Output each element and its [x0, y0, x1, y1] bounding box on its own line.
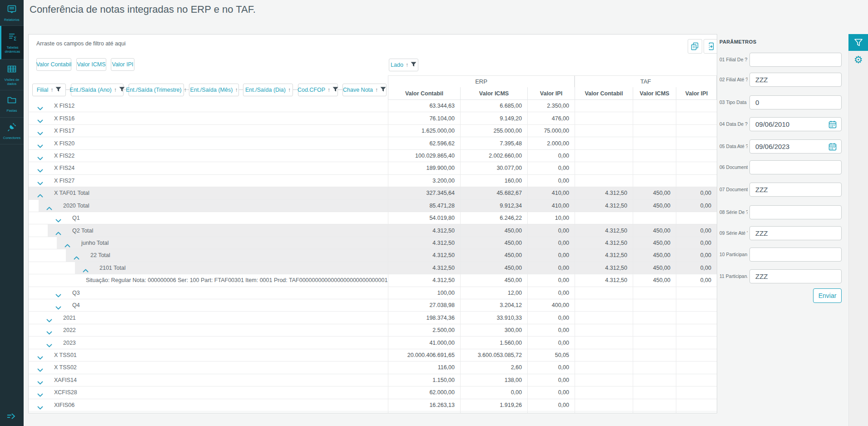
- value-cell: 0,00: [676, 237, 717, 249]
- expand-row-icon[interactable]: [55, 291, 61, 295]
- measure-chip-valor-icms[interactable]: Valor ICMS: [76, 58, 106, 71]
- param-input-04-data-de[interactable]: 09/06/2010: [749, 117, 842, 131]
- duplicate-grid-icon[interactable]: [688, 39, 702, 54]
- column-header-taf-valor-contabil[interactable]: Valor Contabil: [575, 87, 633, 100]
- table-row: X FIS273.200,00160,000,00: [29, 175, 717, 187]
- filter-funnel-icon[interactable]: [411, 62, 417, 69]
- gear-icon[interactable]: ⚙: [848, 54, 868, 66]
- column-header-erp-valor-contabil[interactable]: Valor Contabil: [388, 87, 460, 100]
- measure-chip-valor-ipi[interactable]: Valor IPI: [111, 58, 134, 71]
- expand-row-icon[interactable]: [55, 303, 61, 307]
- expand-row-icon[interactable]: [37, 154, 43, 158]
- row-label: Q2 Total: [72, 224, 93, 236]
- expand-row-icon[interactable]: [46, 341, 52, 345]
- value-cell: 1.919,26: [460, 399, 527, 411]
- expand-row-icon[interactable]: [37, 391, 43, 394]
- param-input-02-filial-at[interactable]: ZZZ: [749, 73, 842, 87]
- sidebar-item-relat-rios[interactable]: Relatórios: [0, 0, 24, 26]
- expand-sidebar-icon[interactable]: [6, 412, 17, 421]
- param-input-09-s-rie-at[interactable]: ZZZ: [749, 226, 842, 240]
- expand-row-icon[interactable]: [37, 142, 43, 145]
- expand-row-icon[interactable]: [37, 179, 43, 183]
- value-cell: [575, 299, 633, 311]
- value-cell: 0,00: [676, 249, 717, 261]
- expand-row-icon[interactable]: [46, 316, 52, 320]
- row-chip-ent-sa-da-dia-[interactable]: Ent./Saída (Dia)↑: [243, 84, 293, 96]
- collapse-row-icon[interactable]: [83, 266, 89, 270]
- table-row: X FIS24189.900,0030.077,000,00: [29, 162, 717, 174]
- sidebar-item-tabelas-din-micas[interactable]: Σ Tabelas dinâmicas: [0, 26, 24, 59]
- expand-row-icon[interactable]: [37, 366, 43, 369]
- expand-row-icon[interactable]: [37, 104, 43, 108]
- value-cell: 189.900,00: [388, 162, 460, 174]
- sort-ascending-icon[interactable]: ↑: [327, 87, 330, 93]
- column-header-taf-valor-ipi[interactable]: Valor IPI: [676, 87, 717, 100]
- expand-row-icon[interactable]: [46, 328, 52, 332]
- param-input-11-participan[interactable]: ZZZ: [749, 269, 842, 283]
- param-input-10-participan[interactable]: [749, 248, 842, 262]
- collapse-row-icon[interactable]: [55, 229, 61, 233]
- value-cell: [633, 362, 676, 373]
- filter-funnel-icon[interactable]: [55, 87, 61, 94]
- collapse-row-icon[interactable]: [64, 241, 70, 245]
- sort-ascending-icon[interactable]: ↑: [406, 62, 408, 68]
- expand-row-icon[interactable]: [37, 166, 43, 170]
- row-chip-cod-cfop[interactable]: Cod.CFOP↑: [298, 84, 338, 96]
- sort-ascending-icon[interactable]: ↑: [375, 87, 378, 93]
- collapse-row-icon[interactable]: [37, 191, 43, 195]
- row-label: X FIS22: [54, 150, 74, 162]
- value-cell: 16.263,13: [388, 399, 460, 411]
- row-chip-filial[interactable]: Filial↑: [32, 84, 66, 96]
- row-chip-ent-sa-da-ano-[interactable]: Ent./Saída (Ano)↑: [71, 84, 124, 96]
- expand-row-icon[interactable]: [37, 403, 43, 407]
- param-value: ZZZ: [755, 229, 768, 237]
- sort-ascending-icon[interactable]: ↑: [114, 87, 117, 93]
- param-input-08-s-rie-de[interactable]: [749, 205, 842, 219]
- sort-ascending-icon[interactable]: ↑: [288, 87, 291, 93]
- collapse-row-icon[interactable]: [74, 253, 79, 257]
- value-cell: [676, 362, 717, 373]
- export-grid-icon[interactable]: [704, 39, 717, 54]
- measure-chip-valor-contabil[interactable]: Valor Contabil: [36, 58, 71, 71]
- param-input-05-data-at[interactable]: 09/06/2023: [749, 139, 842, 154]
- submit-button[interactable]: Enviar: [813, 288, 842, 303]
- expand-row-icon[interactable]: [37, 129, 43, 133]
- chip-label: Cod.CFOP: [298, 87, 325, 93]
- table-row: 202341.000,001.560,000,00: [29, 337, 717, 349]
- filter-funnel-icon[interactable]: [332, 87, 338, 94]
- expand-row-icon[interactable]: [37, 353, 43, 357]
- value-cell: 6.246,22: [460, 212, 527, 224]
- param-input-01-filial-de[interactable]: [749, 53, 842, 67]
- sidebar-item-vis-es-de-dados[interactable]: Visões de dados: [0, 59, 24, 90]
- sidebar-item-conectores[interactable]: Conectores: [0, 118, 24, 144]
- expand-row-icon[interactable]: [55, 216, 61, 220]
- filter-funnel-icon[interactable]: [119, 87, 125, 94]
- sort-ascending-icon[interactable]: ↑: [184, 87, 187, 93]
- value-cell: 7.395,48: [460, 137, 527, 149]
- column-header-erp-valor-ipi[interactable]: Valor IPI: [527, 87, 575, 100]
- sidebar-item-pastas[interactable]: Pastas: [0, 90, 24, 118]
- expand-row-icon[interactable]: [37, 117, 43, 120]
- param-input-07-document[interactable]: ZZZ: [749, 183, 842, 197]
- row-chip-chave-nota[interactable]: Chave Nota↑: [342, 84, 387, 96]
- column-header-erp-valor-icms[interactable]: Valor ICMS: [460, 87, 527, 100]
- column-chip-lado[interactable]: Lado↑: [389, 59, 418, 71]
- value-cell: 10,00: [527, 212, 575, 224]
- chip-label: Lado: [391, 62, 403, 68]
- collapse-row-icon[interactable]: [46, 204, 52, 208]
- param-input-06-document[interactable]: [749, 160, 842, 174]
- sort-ascending-icon[interactable]: ↑: [235, 87, 238, 93]
- table-row: Q3100,0012,000,00: [29, 287, 717, 299]
- filter-funnel-icon[interactable]: [380, 87, 386, 94]
- column-header-taf-valor-icms[interactable]: Valor ICMS: [633, 87, 676, 100]
- row-label: 2022: [63, 324, 76, 336]
- filter-icon[interactable]: [848, 34, 868, 51]
- row-chip-ent-sa-da-trimestre-[interactable]: Ent./Saída (Trimestre)↑: [129, 84, 184, 96]
- sort-ascending-icon[interactable]: ↑: [50, 87, 53, 93]
- row-chip-ent-sa-da-m-s-[interactable]: Ent./Saída (Mês)↑: [189, 84, 239, 96]
- value-cell: [676, 299, 717, 311]
- param-input-03-tipo-data[interactable]: 0: [749, 95, 842, 109]
- value-cell: [633, 337, 676, 348]
- expand-row-icon[interactable]: [37, 378, 43, 382]
- row-label: 2020 Total: [63, 200, 89, 212]
